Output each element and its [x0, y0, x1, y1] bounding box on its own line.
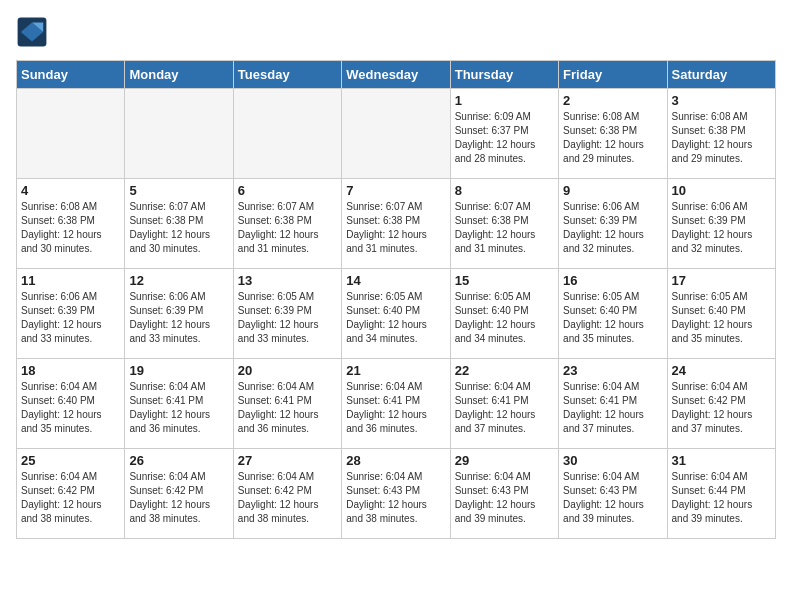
day-info: Sunrise: 6:04 AM Sunset: 6:42 PM Dayligh…: [21, 470, 120, 526]
day-info: Sunrise: 6:06 AM Sunset: 6:39 PM Dayligh…: [563, 200, 662, 256]
calendar-cell: 28Sunrise: 6:04 AM Sunset: 6:43 PM Dayli…: [342, 449, 450, 539]
day-number: 29: [455, 453, 554, 468]
calendar-cell: 18Sunrise: 6:04 AM Sunset: 6:40 PM Dayli…: [17, 359, 125, 449]
calendar-cell: 20Sunrise: 6:04 AM Sunset: 6:41 PM Dayli…: [233, 359, 341, 449]
weekday-sunday: Sunday: [17, 61, 125, 89]
calendar-cell: 19Sunrise: 6:04 AM Sunset: 6:41 PM Dayli…: [125, 359, 233, 449]
day-info: Sunrise: 6:04 AM Sunset: 6:44 PM Dayligh…: [672, 470, 771, 526]
weekday-tuesday: Tuesday: [233, 61, 341, 89]
day-info: Sunrise: 6:04 AM Sunset: 6:43 PM Dayligh…: [563, 470, 662, 526]
calendar-cell: 31Sunrise: 6:04 AM Sunset: 6:44 PM Dayli…: [667, 449, 775, 539]
day-number: 1: [455, 93, 554, 108]
calendar-cell: 29Sunrise: 6:04 AM Sunset: 6:43 PM Dayli…: [450, 449, 558, 539]
day-number: 10: [672, 183, 771, 198]
day-number: 9: [563, 183, 662, 198]
calendar-cell: 24Sunrise: 6:04 AM Sunset: 6:42 PM Dayli…: [667, 359, 775, 449]
day-info: Sunrise: 6:08 AM Sunset: 6:38 PM Dayligh…: [21, 200, 120, 256]
day-number: 31: [672, 453, 771, 468]
day-number: 20: [238, 363, 337, 378]
calendar-cell: 25Sunrise: 6:04 AM Sunset: 6:42 PM Dayli…: [17, 449, 125, 539]
day-number: 17: [672, 273, 771, 288]
day-number: 22: [455, 363, 554, 378]
day-number: 11: [21, 273, 120, 288]
week-row-3: 11Sunrise: 6:06 AM Sunset: 6:39 PM Dayli…: [17, 269, 776, 359]
calendar-cell: 11Sunrise: 6:06 AM Sunset: 6:39 PM Dayli…: [17, 269, 125, 359]
day-info: Sunrise: 6:06 AM Sunset: 6:39 PM Dayligh…: [21, 290, 120, 346]
day-info: Sunrise: 6:04 AM Sunset: 6:41 PM Dayligh…: [563, 380, 662, 436]
day-info: Sunrise: 6:04 AM Sunset: 6:42 PM Dayligh…: [238, 470, 337, 526]
calendar-cell: 4Sunrise: 6:08 AM Sunset: 6:38 PM Daylig…: [17, 179, 125, 269]
day-info: Sunrise: 6:05 AM Sunset: 6:40 PM Dayligh…: [346, 290, 445, 346]
weekday-monday: Monday: [125, 61, 233, 89]
day-number: 27: [238, 453, 337, 468]
calendar-cell: [342, 89, 450, 179]
day-number: 3: [672, 93, 771, 108]
day-info: Sunrise: 6:04 AM Sunset: 6:40 PM Dayligh…: [21, 380, 120, 436]
calendar-cell: 5Sunrise: 6:07 AM Sunset: 6:38 PM Daylig…: [125, 179, 233, 269]
day-number: 13: [238, 273, 337, 288]
day-info: Sunrise: 6:04 AM Sunset: 6:41 PM Dayligh…: [346, 380, 445, 436]
calendar-cell: 8Sunrise: 6:07 AM Sunset: 6:38 PM Daylig…: [450, 179, 558, 269]
day-number: 19: [129, 363, 228, 378]
day-number: 12: [129, 273, 228, 288]
weekday-saturday: Saturday: [667, 61, 775, 89]
day-info: Sunrise: 6:07 AM Sunset: 6:38 PM Dayligh…: [455, 200, 554, 256]
day-number: 26: [129, 453, 228, 468]
calendar-cell: [125, 89, 233, 179]
day-number: 23: [563, 363, 662, 378]
day-info: Sunrise: 6:06 AM Sunset: 6:39 PM Dayligh…: [129, 290, 228, 346]
calendar-cell: 15Sunrise: 6:05 AM Sunset: 6:40 PM Dayli…: [450, 269, 558, 359]
calendar-cell: 3Sunrise: 6:08 AM Sunset: 6:38 PM Daylig…: [667, 89, 775, 179]
day-number: 24: [672, 363, 771, 378]
day-info: Sunrise: 6:04 AM Sunset: 6:43 PM Dayligh…: [346, 470, 445, 526]
day-info: Sunrise: 6:05 AM Sunset: 6:40 PM Dayligh…: [672, 290, 771, 346]
day-number: 14: [346, 273, 445, 288]
day-info: Sunrise: 6:04 AM Sunset: 6:42 PM Dayligh…: [672, 380, 771, 436]
day-number: 30: [563, 453, 662, 468]
calendar-cell: [17, 89, 125, 179]
calendar-cell: 26Sunrise: 6:04 AM Sunset: 6:42 PM Dayli…: [125, 449, 233, 539]
day-number: 16: [563, 273, 662, 288]
day-number: 8: [455, 183, 554, 198]
day-number: 21: [346, 363, 445, 378]
day-info: Sunrise: 6:04 AM Sunset: 6:42 PM Dayligh…: [129, 470, 228, 526]
day-info: Sunrise: 6:07 AM Sunset: 6:38 PM Dayligh…: [238, 200, 337, 256]
day-info: Sunrise: 6:05 AM Sunset: 6:40 PM Dayligh…: [563, 290, 662, 346]
calendar-cell: 17Sunrise: 6:05 AM Sunset: 6:40 PM Dayli…: [667, 269, 775, 359]
day-number: 28: [346, 453, 445, 468]
logo-icon: [16, 16, 48, 48]
calendar-cell: 2Sunrise: 6:08 AM Sunset: 6:38 PM Daylig…: [559, 89, 667, 179]
day-number: 6: [238, 183, 337, 198]
day-info: Sunrise: 6:04 AM Sunset: 6:41 PM Dayligh…: [455, 380, 554, 436]
calendar-cell: 22Sunrise: 6:04 AM Sunset: 6:41 PM Dayli…: [450, 359, 558, 449]
day-number: 7: [346, 183, 445, 198]
day-info: Sunrise: 6:07 AM Sunset: 6:38 PM Dayligh…: [129, 200, 228, 256]
day-info: Sunrise: 6:09 AM Sunset: 6:37 PM Dayligh…: [455, 110, 554, 166]
calendar-cell: 1Sunrise: 6:09 AM Sunset: 6:37 PM Daylig…: [450, 89, 558, 179]
day-info: Sunrise: 6:08 AM Sunset: 6:38 PM Dayligh…: [672, 110, 771, 166]
calendar-cell: 23Sunrise: 6:04 AM Sunset: 6:41 PM Dayli…: [559, 359, 667, 449]
day-number: 25: [21, 453, 120, 468]
calendar-cell: 16Sunrise: 6:05 AM Sunset: 6:40 PM Dayli…: [559, 269, 667, 359]
calendar-cell: 6Sunrise: 6:07 AM Sunset: 6:38 PM Daylig…: [233, 179, 341, 269]
weekday-wednesday: Wednesday: [342, 61, 450, 89]
week-row-2: 4Sunrise: 6:08 AM Sunset: 6:38 PM Daylig…: [17, 179, 776, 269]
day-number: 15: [455, 273, 554, 288]
week-row-1: 1Sunrise: 6:09 AM Sunset: 6:37 PM Daylig…: [17, 89, 776, 179]
calendar-cell: 30Sunrise: 6:04 AM Sunset: 6:43 PM Dayli…: [559, 449, 667, 539]
day-info: Sunrise: 6:06 AM Sunset: 6:39 PM Dayligh…: [672, 200, 771, 256]
day-info: Sunrise: 6:04 AM Sunset: 6:41 PM Dayligh…: [129, 380, 228, 436]
day-number: 18: [21, 363, 120, 378]
calendar-cell: 13Sunrise: 6:05 AM Sunset: 6:39 PM Dayli…: [233, 269, 341, 359]
calendar-cell: 27Sunrise: 6:04 AM Sunset: 6:42 PM Dayli…: [233, 449, 341, 539]
day-info: Sunrise: 6:08 AM Sunset: 6:38 PM Dayligh…: [563, 110, 662, 166]
day-info: Sunrise: 6:05 AM Sunset: 6:40 PM Dayligh…: [455, 290, 554, 346]
weekday-header-row: SundayMondayTuesdayWednesdayThursdayFrid…: [17, 61, 776, 89]
calendar-cell: 9Sunrise: 6:06 AM Sunset: 6:39 PM Daylig…: [559, 179, 667, 269]
calendar-cell: 14Sunrise: 6:05 AM Sunset: 6:40 PM Dayli…: [342, 269, 450, 359]
week-row-4: 18Sunrise: 6:04 AM Sunset: 6:40 PM Dayli…: [17, 359, 776, 449]
logo: [16, 16, 52, 48]
calendar-cell: [233, 89, 341, 179]
calendar-cell: 7Sunrise: 6:07 AM Sunset: 6:38 PM Daylig…: [342, 179, 450, 269]
calendar-cell: 12Sunrise: 6:06 AM Sunset: 6:39 PM Dayli…: [125, 269, 233, 359]
